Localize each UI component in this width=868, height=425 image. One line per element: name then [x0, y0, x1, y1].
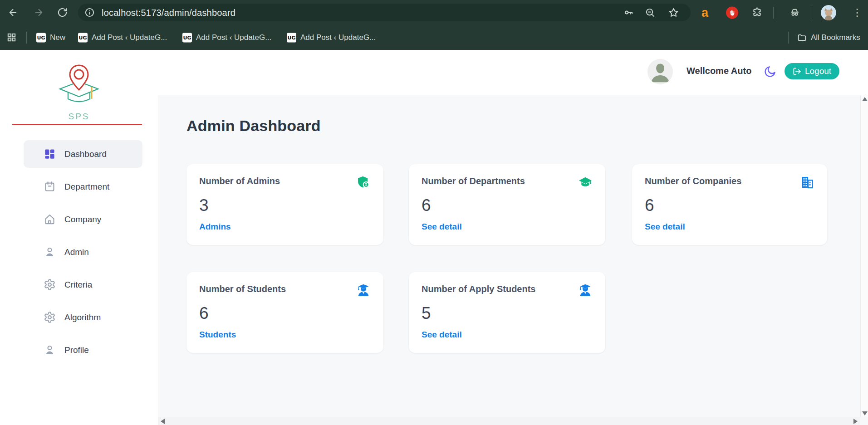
- app-header: Wellcome Auto Logout: [158, 50, 868, 95]
- all-bookmarks-label: All Bookmarks: [811, 33, 860, 42]
- sidebar-item-label: Profile: [64, 345, 89, 355]
- browser-profile-avatar[interactable]: [821, 5, 836, 20]
- scroll-down-arrow[interactable]: [862, 411, 868, 415]
- user-icon: [44, 344, 56, 356]
- page-content: SPS Dashboard Department: [0, 50, 868, 425]
- card-link[interactable]: Students: [199, 330, 236, 340]
- logout-button[interactable]: Logout: [785, 63, 839, 79]
- scroll-right-arrow[interactable]: [853, 419, 858, 424]
- bookmark-item[interactable]: UG New: [36, 33, 65, 42]
- site-info-button[interactable]: [82, 5, 97, 20]
- bookmarks-divider: [788, 32, 789, 44]
- card-title: Number of Students: [199, 284, 286, 294]
- bookmark-favicon: UG: [287, 33, 296, 42]
- person-silhouette-icon: [647, 59, 673, 84]
- sidebar-item-criteria[interactable]: Criteria: [24, 271, 142, 298]
- shield-user-icon: [356, 175, 371, 190]
- bookmark-label: Add Post ‹ UpdateG...: [300, 33, 376, 42]
- sidebar-item-dashboard[interactable]: Dashboard: [24, 140, 142, 168]
- forward-button[interactable]: [31, 5, 46, 20]
- card-title: Number of Apply Students: [422, 284, 535, 294]
- sidebar-item-department[interactable]: Department: [24, 173, 142, 200]
- scroll-left-arrow[interactable]: [161, 419, 165, 424]
- bookmark-favicon: UG: [78, 33, 88, 42]
- home-icon: [44, 213, 56, 225]
- bookmark-label: Add Post ‹ UpdateG...: [196, 33, 271, 42]
- bookmark-label: New: [50, 33, 65, 42]
- sidebar-item-admin[interactable]: Admin: [24, 238, 142, 266]
- stat-card-apply-students: Number of Apply Students 5 See detail: [409, 272, 605, 353]
- sidebar-item-label: Department: [64, 182, 109, 192]
- browser-toolbar: localhost:5173/admin/dashboard a ⋮: [0, 0, 868, 25]
- adblock-extension-button[interactable]: [726, 6, 738, 19]
- cat-avatar-icon: [821, 5, 836, 20]
- folder-icon: [797, 33, 807, 42]
- all-bookmarks-button[interactable]: All Bookmarks: [797, 33, 860, 42]
- reload-icon: [57, 7, 68, 18]
- gear-icon: [44, 311, 56, 323]
- calendar-icon: [44, 181, 56, 193]
- card-value: 6: [645, 196, 814, 215]
- dark-mode-toggle[interactable]: [763, 65, 777, 78]
- bookmarks-divider: [26, 32, 27, 44]
- card-value: 6: [422, 196, 593, 215]
- browser-menu-button[interactable]: ⋮: [852, 7, 862, 19]
- sidebar-item-algorithm[interactable]: Algorithm: [24, 303, 142, 331]
- horizontal-scrollbar[interactable]: [158, 417, 860, 425]
- card-title: Number of Admins: [199, 176, 280, 186]
- info-icon: [84, 7, 95, 18]
- main-area: Wellcome Auto Logout Admin Dashboard Num…: [158, 50, 868, 425]
- app-logo: SPS: [0, 64, 158, 122]
- page-title: Admin Dashboard: [186, 117, 321, 135]
- stat-card-departments: Number of Departments 6 See detail: [409, 164, 605, 245]
- back-button[interactable]: [5, 5, 20, 20]
- bookmark-item[interactable]: UG Add Post ‹ UpdateG...: [182, 33, 271, 42]
- vertical-scrollbar[interactable]: [860, 95, 868, 417]
- sps-logo-icon: [51, 64, 107, 109]
- card-title: Number of Departments: [422, 176, 525, 186]
- student-icon: [578, 283, 593, 298]
- bookmark-favicon: UG: [182, 33, 192, 42]
- user-icon: [44, 246, 56, 258]
- password-manager-button[interactable]: [621, 5, 636, 20]
- sidebar: SPS Dashboard Department: [0, 50, 158, 425]
- stat-card-companies: Number of Companies 6 See detail: [632, 164, 827, 245]
- card-link[interactable]: See detail: [422, 330, 462, 340]
- user-avatar[interactable]: [647, 59, 673, 84]
- toolbar-divider: [811, 7, 811, 19]
- bookmark-favicon: UG: [36, 33, 46, 42]
- card-title: Number of Companies: [645, 176, 741, 186]
- welcome-text: Wellcome Auto: [687, 66, 751, 76]
- reload-button[interactable]: [54, 5, 70, 20]
- bookmarks-bar: UG New UG Add Post ‹ UpdateG... UG Add P…: [0, 25, 868, 50]
- card-value: 3: [199, 196, 371, 215]
- browser-window: localhost:5173/admin/dashboard a ⋮: [0, 0, 868, 425]
- zoom-button[interactable]: [642, 5, 657, 20]
- dashboard-grid-icon: [44, 148, 56, 160]
- incognito-icon: [790, 7, 800, 18]
- logout-label: Logout: [805, 66, 831, 76]
- bookmark-item[interactable]: UG Add Post ‹ UpdateG...: [78, 33, 167, 42]
- back-arrow-icon: [8, 7, 18, 18]
- sidebar-item-label: Algorithm: [64, 313, 101, 322]
- sidebar-item-profile[interactable]: Profile: [24, 336, 142, 364]
- card-link[interactable]: See detail: [645, 222, 685, 232]
- logo-divider: [12, 124, 142, 125]
- incognito-indicator[interactable]: [787, 5, 802, 20]
- bookmark-item[interactable]: UG Add Post ‹ UpdateG...: [287, 33, 376, 42]
- card-link[interactable]: Admins: [199, 222, 231, 232]
- apps-grid-button[interactable]: [4, 30, 19, 45]
- scroll-up-arrow[interactable]: [862, 97, 868, 101]
- toolbar-divider: [773, 7, 774, 19]
- bookmark-star-button[interactable]: [666, 5, 681, 20]
- address-bar[interactable]: localhost:5173/admin/dashboard: [78, 4, 691, 21]
- puzzle-icon: [752, 7, 762, 18]
- extension-amazon-icon[interactable]: a: [701, 6, 708, 19]
- card-link[interactable]: See detail: [422, 222, 462, 232]
- bookmark-label: Add Post ‹ UpdateG...: [92, 33, 167, 42]
- sidebar-item-company[interactable]: Company: [24, 205, 142, 233]
- logout-icon: [793, 67, 801, 76]
- stat-card-admins: Number of Admins 3 Admins: [186, 164, 383, 245]
- extensions-button[interactable]: [749, 5, 765, 20]
- forward-arrow-icon: [34, 7, 44, 18]
